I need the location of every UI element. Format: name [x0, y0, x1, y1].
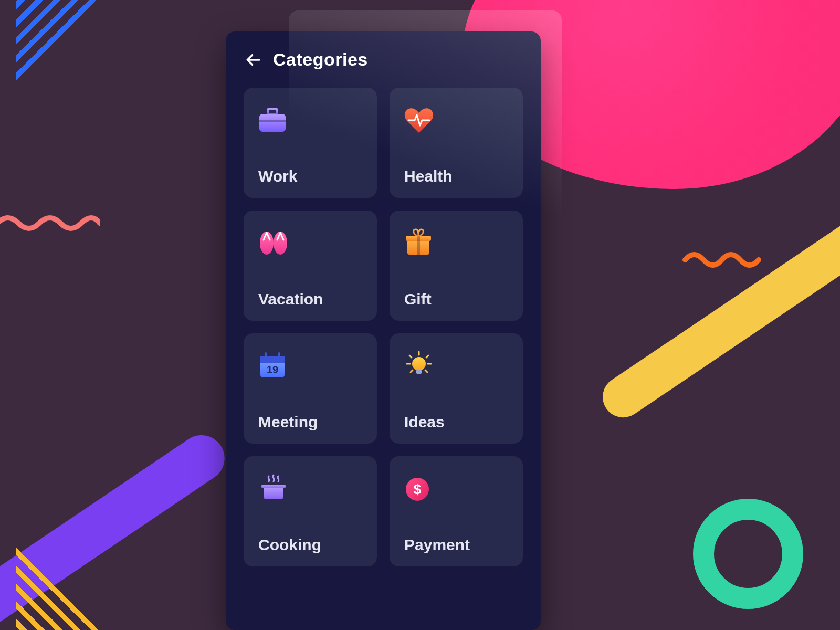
category-label: Payment: [404, 536, 508, 554]
svg-rect-15: [416, 370, 422, 374]
back-button[interactable]: [244, 50, 262, 69]
svg-point-14: [412, 357, 426, 371]
lightbulb-icon: [404, 348, 436, 380]
heart-pulse-icon: [404, 102, 436, 134]
category-card-cooking[interactable]: Cooking: [244, 456, 377, 566]
svg-point-5: [274, 232, 287, 255]
arrow-left-icon: [245, 51, 261, 68]
svg-line-21: [411, 370, 413, 372]
svg-rect-24: [261, 485, 286, 488]
flipflops-icon: [258, 225, 290, 257]
pot-icon: [258, 471, 290, 502]
categories-panel: Categories Work: [226, 32, 541, 630]
svg-rect-3: [259, 120, 286, 122]
category-label: Work: [258, 167, 362, 185]
decor-squiggle-orange: [682, 247, 766, 268]
svg-rect-8: [417, 236, 420, 255]
panel-header: Categories: [244, 49, 523, 70]
category-card-meeting[interactable]: 19 Meeting: [244, 333, 377, 444]
category-card-vacation[interactable]: Vacation: [244, 211, 377, 321]
svg-line-22: [425, 370, 427, 372]
svg-rect-1: [268, 109, 277, 114]
svg-line-18: [426, 355, 428, 358]
svg-text:19: 19: [267, 364, 278, 375]
category-card-work[interactable]: Work: [244, 88, 377, 198]
category-label: Gift: [404, 290, 508, 308]
decor-bar-yellow: [595, 204, 840, 426]
category-label: Meeting: [258, 413, 362, 431]
decor-ring-teal: [693, 499, 803, 609]
svg-line-17: [410, 355, 412, 358]
decor-stripes-top-left: [16, 0, 121, 89]
category-card-health[interactable]: Health: [390, 88, 523, 198]
category-label: Ideas: [404, 413, 508, 431]
decor-squiggle-coral: [0, 210, 100, 231]
category-card-ideas[interactable]: Ideas: [390, 333, 523, 444]
gift-icon: [404, 225, 436, 257]
svg-rect-2: [259, 114, 286, 132]
svg-rect-23: [264, 487, 284, 499]
page-title: Categories: [273, 49, 368, 70]
briefcase-icon: [258, 102, 290, 134]
category-label: Vacation: [258, 290, 362, 308]
category-label: Health: [404, 167, 508, 185]
svg-text:$: $: [414, 481, 422, 497]
dollar-coin-icon: $: [404, 471, 436, 502]
category-card-payment[interactable]: $ Payment: [390, 456, 523, 566]
categories-grid: Work Health: [244, 88, 523, 566]
svg-rect-10: [260, 356, 285, 363]
svg-point-4: [260, 232, 274, 255]
calendar-icon: 19: [258, 348, 290, 380]
category-card-gift[interactable]: Gift: [390, 211, 523, 321]
category-label: Cooking: [258, 536, 362, 554]
